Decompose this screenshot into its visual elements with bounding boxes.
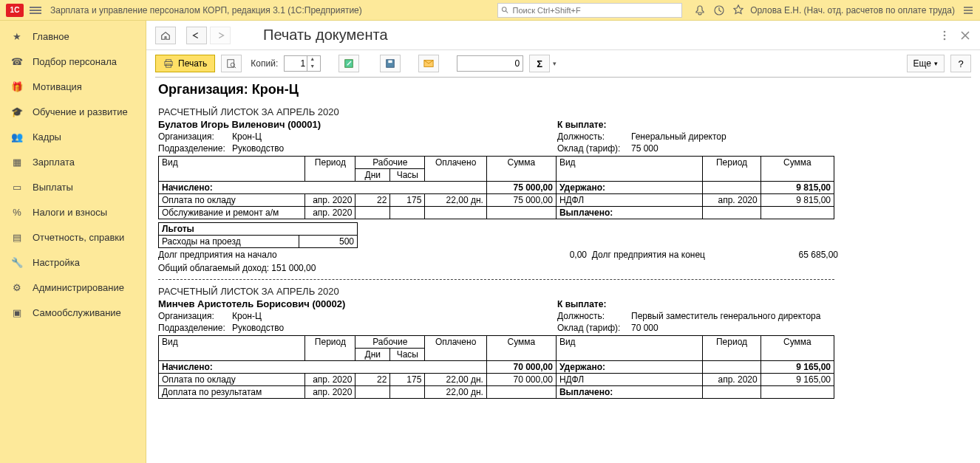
table-row: Оплата по окладу апр. 2020 22 175 22,00 …	[159, 194, 834, 207]
table-icon: ▦	[10, 155, 24, 168]
user-label[interactable]: Орлова Е.Н. (Нач. отд. расчетов по оплат…	[750, 5, 955, 16]
svg-point-5	[944, 38, 946, 40]
th-paid: Оплачено	[425, 336, 487, 361]
sigma-button[interactable]: Σ	[529, 55, 550, 72]
mail-button[interactable]	[418, 55, 439, 72]
bell-icon[interactable]	[694, 4, 706, 16]
divider	[158, 279, 834, 280]
svg-rect-9	[228, 60, 234, 68]
th-days: Дни	[355, 169, 390, 182]
sidebar-item-label: Подбор персонала	[33, 56, 117, 67]
pos-label: Должность:	[557, 131, 631, 143]
benefits-title: Льготы	[159, 223, 358, 236]
th-sum: Сумма	[486, 157, 556, 182]
app-title: Зарплата и управление персоналом КОРП, р…	[50, 5, 362, 16]
sidebar-item-reports[interactable]: ▤Отчетность, справки	[0, 224, 146, 250]
document-area[interactable]: Организация: Крон-Ц РАСЧЕТНЫЙ ЛИСТОК ЗА …	[155, 77, 971, 457]
th-period-r: Период	[703, 336, 760, 361]
form-icon: ▣	[10, 306, 24, 319]
page-title: Печать документа	[263, 27, 388, 44]
sidebar-item-label: Главное	[33, 31, 69, 42]
sidebar-item-label: Администрирование	[33, 282, 124, 293]
sidebar-item-settings[interactable]: 🔧Настройка	[0, 250, 146, 275]
kebab-icon[interactable]	[939, 30, 950, 41]
svg-rect-14	[389, 61, 392, 64]
forward-button	[210, 27, 231, 44]
table-row: Обслуживание и ремонт а/м апр. 2020 Выпл…	[159, 207, 834, 219]
salary-label: Оклад (тариф):	[557, 322, 631, 334]
debt-start-val: 0,00	[557, 250, 587, 260]
dept-label: Подразделение:	[158, 322, 232, 334]
sidebar-item-main[interactable]: ★Главное	[0, 24, 146, 49]
people-icon: 👥	[10, 130, 24, 143]
th-hours: Часы	[390, 169, 425, 182]
payslip-table: Вид Период Рабочие Оплачено Сумма Вид Пе…	[158, 335, 834, 399]
copies-input[interactable]: ▲▼	[284, 55, 321, 72]
history-icon[interactable]	[713, 4, 725, 16]
salary-label: Оклад (тариф):	[557, 143, 631, 154]
document-icon: ▤	[10, 230, 24, 244]
slip-period: РАСЧЕТНЫЙ ЛИСТОК ЗА АПРЕЛЬ 2020	[158, 286, 968, 297]
svg-point-4	[944, 34, 946, 36]
th-vid: Вид	[159, 157, 305, 182]
sidebar-item-learning[interactable]: 🎓Обучение и развитие	[0, 99, 146, 124]
th-work: Рабочие	[355, 336, 425, 349]
sidebar-item-admin[interactable]: ⚙Администрирование	[0, 275, 146, 300]
more-button[interactable]: Еще▾	[907, 55, 945, 72]
topbar: 1C Зарплата и управление персоналом КОРП…	[0, 0, 980, 21]
search-icon	[501, 6, 509, 15]
th-vid-r: Вид	[556, 336, 702, 361]
debt-start-label: Долг предприятия на начало	[158, 250, 277, 260]
sidebar-item-salary[interactable]: ▦Зарплата	[0, 149, 146, 174]
more-button-label: Еще	[913, 58, 931, 69]
pay-label: К выплате:	[557, 298, 631, 310]
settings-icon[interactable]	[962, 4, 974, 16]
help-button[interactable]: ?	[950, 55, 971, 72]
menu-icon[interactable]	[30, 7, 41, 14]
accrued-sum: 75 000,00	[486, 182, 556, 194]
pos-val: Первый заместитель генерального директор…	[631, 310, 853, 322]
spin-up-icon[interactable]: ▲	[307, 56, 317, 64]
th-period: Период	[305, 157, 355, 182]
deducted-label: Удержано:	[556, 182, 702, 194]
svg-point-3	[944, 30, 946, 32]
sidebar-item-taxes[interactable]: %Налоги и взносы	[0, 199, 146, 224]
search-input[interactable]	[512, 6, 678, 15]
table-row: Расходы на проезд500	[159, 236, 358, 248]
close-icon[interactable]	[959, 30, 971, 41]
copies-field[interactable]	[285, 58, 307, 69]
number-input[interactable]	[457, 55, 523, 72]
spin-down-icon[interactable]: ▼	[307, 64, 317, 71]
th-period-r: Период	[703, 157, 760, 182]
sidebar: ★Главное ☎Подбор персонала 🎁Мотивация 🎓О…	[0, 21, 146, 463]
home-button[interactable]	[155, 27, 176, 44]
search-input-wrap[interactable]	[497, 3, 682, 18]
deducted-label: Удержано:	[556, 361, 702, 374]
payslip-table: Вид Период Рабочие Оплачено Сумма Вид Пе…	[158, 156, 834, 219]
print-button[interactable]: Печать	[155, 55, 215, 72]
sidebar-item-label: Обучение и развитие	[33, 106, 128, 117]
edit-button[interactable]	[338, 55, 359, 72]
th-vid: Вид	[159, 336, 305, 361]
back-button[interactable]	[186, 27, 207, 44]
star-icon[interactable]	[732, 4, 744, 16]
sidebar-item-recruit[interactable]: ☎Подбор персонала	[0, 49, 146, 74]
preview-button[interactable]	[221, 55, 242, 72]
sidebar-item-hr[interactable]: 👥Кадры	[0, 124, 146, 149]
sidebar-item-label: Зарплата	[33, 157, 75, 168]
percent-icon: %	[10, 205, 24, 219]
th-paid: Оплачено	[425, 157, 487, 182]
save-button[interactable]	[380, 55, 401, 72]
sidebar-item-payments[interactable]: ▭Выплаты	[0, 174, 146, 199]
sidebar-item-motivation[interactable]: 🎁Мотивация	[0, 74, 146, 99]
pos-val: Генеральный директор	[631, 131, 853, 143]
print-button-label: Печать	[178, 58, 207, 69]
slip-period: РАСЧЕТНЫЙ ЛИСТОК ЗА АПРЕЛЬ 2020	[158, 106, 968, 117]
th-sum-r: Сумма	[760, 157, 834, 182]
logo-1c: 1C	[6, 4, 24, 17]
sidebar-item-selfservice[interactable]: ▣Самообслуживание	[0, 300, 146, 325]
graduation-icon: 🎓	[10, 105, 24, 118]
employee-name: Булатов Игорь Виленович (00001)	[158, 119, 557, 131]
wallet-icon: ▭	[10, 180, 24, 193]
printer-icon	[163, 59, 174, 68]
